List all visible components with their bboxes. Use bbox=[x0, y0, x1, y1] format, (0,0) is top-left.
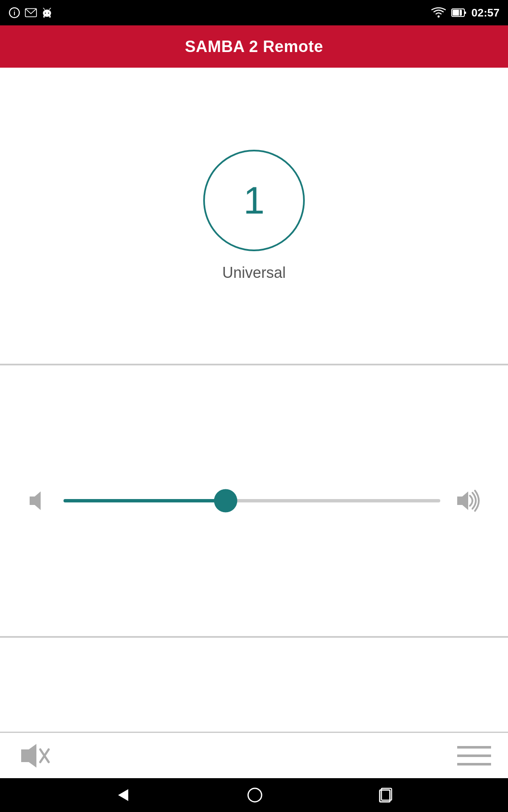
channel-number: 1 bbox=[243, 179, 265, 222]
svg-marker-17 bbox=[21, 744, 36, 768]
svg-rect-8 bbox=[43, 15, 44, 17]
back-button[interactable] bbox=[115, 787, 132, 804]
svg-point-5 bbox=[48, 13, 49, 14]
svg-point-4 bbox=[45, 13, 46, 14]
volume-min-icon bbox=[25, 488, 51, 513]
status-icons-right: 02:57 bbox=[431, 6, 500, 19]
svg-point-10 bbox=[437, 16, 439, 18]
svg-point-24 bbox=[248, 788, 262, 802]
status-time: 02:57 bbox=[472, 6, 500, 19]
channel-label: Universal bbox=[222, 264, 286, 282]
battery-icon bbox=[451, 8, 467, 18]
status-bar: i bbox=[0, 0, 508, 25]
slider-track bbox=[64, 499, 440, 502]
volume-max-icon bbox=[453, 488, 483, 513]
svg-rect-12 bbox=[465, 11, 466, 14]
app-title: SAMBA 2 Remote bbox=[185, 38, 323, 56]
gmail-icon bbox=[25, 8, 37, 18]
svg-rect-9 bbox=[49, 15, 50, 17]
svg-rect-13 bbox=[453, 10, 462, 16]
slider-fill bbox=[64, 499, 226, 502]
slider-thumb[interactable] bbox=[214, 489, 237, 513]
navigation-bar bbox=[0, 778, 508, 812]
volume-control-area bbox=[0, 365, 508, 636]
bottom-toolbar bbox=[0, 732, 508, 778]
menu-button[interactable] bbox=[457, 743, 491, 768]
section-divider-2 bbox=[0, 636, 508, 638]
volume-slider[interactable] bbox=[64, 488, 440, 513]
svg-line-6 bbox=[43, 8, 44, 9]
svg-marker-23 bbox=[118, 789, 128, 801]
home-button[interactable] bbox=[246, 787, 263, 804]
info-icon: i bbox=[8, 7, 20, 19]
mute-button[interactable] bbox=[17, 739, 51, 773]
svg-line-7 bbox=[49, 8, 50, 9]
svg-text:i: i bbox=[14, 9, 15, 16]
status-icons-left: i bbox=[8, 7, 52, 19]
recents-button[interactable] bbox=[378, 787, 393, 803]
app-bar: SAMBA 2 Remote bbox=[0, 25, 508, 68]
wifi-icon bbox=[431, 7, 446, 19]
svg-marker-16 bbox=[457, 491, 468, 510]
android-icon bbox=[41, 7, 52, 19]
channel-circle[interactable]: 1 bbox=[203, 150, 305, 251]
svg-marker-15 bbox=[30, 491, 41, 510]
channel-display-area: 1 Universal bbox=[0, 68, 508, 364]
